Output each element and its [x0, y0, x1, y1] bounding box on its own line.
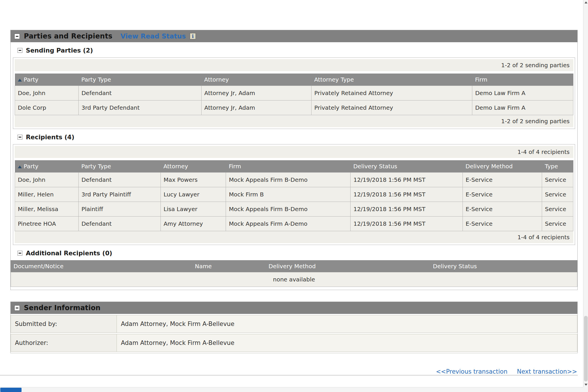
additional-recipients-table: Document/NoticeNameDelivery MethodDelive…	[11, 260, 577, 272]
column-header-name[interactable]: Name	[192, 260, 266, 272]
column-header-document-notice[interactable]: Document/Notice	[11, 260, 192, 272]
collapse-icon[interactable]	[14, 305, 20, 311]
column-header-attorney-type[interactable]: Attorney Type	[311, 74, 472, 86]
no-additional-recipients-message: none available	[11, 272, 577, 287]
table-cell: Mock Appeals Firm A-Demo	[226, 217, 351, 231]
column-header-party[interactable]: Party	[15, 160, 79, 173]
vertical-scrollbar[interactable]	[583, 0, 588, 387]
collapse-icon[interactable]	[18, 48, 22, 53]
table-cell: Privately Retained Attorney	[311, 86, 472, 101]
collapse-icon[interactable]	[18, 251, 22, 256]
sender-row: Submitted by: Adam Attorney, Mock Firm A…	[11, 315, 577, 333]
table-cell: Attorney Jr, Adam	[201, 86, 311, 101]
table-cell: Amy Attorney	[160, 217, 226, 231]
recipients-title: Recipients (4)	[26, 134, 74, 141]
table-row: Doe, JohnDefendantMax PowersMock Appeals…	[15, 173, 573, 187]
table-row: Doe, JohnDefendantAttorney Jr, AdamPriva…	[15, 86, 573, 101]
sending-pagination-top: 1-2 of 2 sending parties	[15, 59, 573, 71]
table-cell: 3rd Party Defendant	[78, 101, 201, 115]
table-cell: Defendant	[78, 173, 160, 187]
table-cell: Mock Appeals Firm B-Demo	[226, 202, 351, 217]
table-cell: E-Service	[463, 217, 542, 231]
table-cell: 3rd Party Plaintiff	[78, 187, 160, 202]
column-header-type[interactable]: Type	[542, 160, 573, 173]
column-header-attorney[interactable]: Attorney	[160, 160, 226, 173]
column-header-party[interactable]: Party	[15, 74, 79, 86]
table-cell: Service	[542, 202, 573, 217]
table-cell: Defendant	[78, 217, 160, 231]
recipients-group: 1-4 of 4 recipients PartyParty TypeAttor…	[13, 144, 575, 245]
table-cell: Mock Appeals Firm B-Demo	[226, 173, 351, 187]
transaction-nav: <<Previous transaction Next transaction>…	[10, 368, 578, 375]
sender-info-table: Submitted by: Adam Attorney, Mock Firm A…	[11, 314, 577, 353]
table-cell: Max Powers	[160, 173, 226, 187]
table-cell: Lucy Lawyer	[160, 187, 226, 202]
sending-parties-heading: Sending Parties (2)	[18, 47, 575, 54]
recipients-pagination-top: 1-4 of 4 recipients	[15, 146, 573, 158]
recipients-pagination-bottom: 1-4 of 4 recipients	[15, 231, 573, 243]
table-cell: E-Service	[463, 173, 542, 187]
view-read-status-link[interactable]: View Read Status	[121, 32, 186, 40]
table-cell: Privately Retained Attorney	[311, 101, 472, 115]
scroll-down-icon	[585, 384, 587, 386]
table-cell: Miller, Melissa	[15, 202, 79, 217]
authorizer-value: Adam Attorney, Mock Firm A-Bellevue	[117, 334, 577, 352]
submitted-by-value: Adam Attorney, Mock Firm A-Bellevue	[117, 315, 577, 333]
parties-and-recipients-panel: Parties and Recipients View Read Status …	[10, 30, 578, 290]
scroll-up-button[interactable]	[583, 0, 588, 5]
horizontal-scrollbar-thumb[interactable]	[0, 388, 22, 392]
info-icon[interactable]	[190, 33, 196, 39]
additional-recipients-title: Additional Recipients (0)	[26, 250, 112, 257]
table-row: Dole Corp3rd Party DefendantAttorney Jr,…	[15, 101, 573, 115]
recipients-table: PartyParty TypeAttorneyFirmDelivery Stat…	[15, 160, 573, 231]
sort-asc-icon	[18, 79, 22, 82]
table-cell: Pinetree HOA	[15, 217, 79, 231]
column-header-delivery-status[interactable]: Delivery Status	[430, 260, 577, 272]
collapse-icon[interactable]	[14, 34, 20, 39]
footer-divider	[0, 375, 578, 375]
vertical-scrollbar-thumb[interactable]	[584, 316, 588, 381]
table-cell: Demo Law Firm A	[472, 101, 573, 115]
previous-transaction-link[interactable]: <<Previous transaction	[436, 368, 507, 375]
table-header-row: PartyParty TypeAttorneyFirmDelivery Stat…	[15, 160, 573, 173]
column-header-attorney[interactable]: Attorney	[201, 74, 311, 86]
table-cell: Dole Corp	[15, 101, 79, 115]
table-cell: Doe, John	[15, 86, 79, 101]
sending-parties-title: Sending Parties (2)	[26, 47, 93, 54]
column-header-delivery-status[interactable]: Delivery Status	[350, 160, 463, 173]
collapse-icon[interactable]	[18, 135, 22, 140]
horizontal-scrollbar[interactable]	[0, 387, 583, 392]
next-transaction-link[interactable]: Next transaction>>	[517, 368, 577, 375]
table-row: Miller, Helen3rd Party PlaintiffLucy Law…	[15, 187, 573, 202]
table-header-row: Document/NoticeNameDelivery MethodDelive…	[11, 260, 577, 272]
column-header-party-type[interactable]: Party Type	[78, 74, 201, 86]
table-cell: Plaintiff	[78, 202, 160, 217]
table-cell: E-Service	[463, 187, 542, 202]
sending-parties-group: 1-2 of 2 sending parties PartyParty Type…	[13, 57, 575, 129]
table-cell: Defendant	[78, 86, 201, 101]
submitted-by-label: Submitted by:	[11, 315, 117, 333]
sort-asc-icon	[18, 165, 22, 168]
scroll-down-button[interactable]	[583, 382, 588, 387]
sender-information-panel: Sender Information Submitted by: Adam At…	[10, 302, 578, 353]
table-row: Pinetree HOADefendantAmy AttorneyMock Ap…	[15, 217, 573, 231]
table-cell: E-Service	[463, 202, 542, 217]
parties-panel-body: Sending Parties (2) 1-2 of 2 sending par…	[11, 47, 577, 290]
table-cell: Service	[542, 173, 573, 187]
table-cell: Demo Law Firm A	[472, 86, 573, 101]
table-cell: Doe, John	[15, 173, 79, 187]
column-header-delivery-method[interactable]: Delivery Method	[463, 160, 542, 173]
recipients-heading: Recipients (4)	[18, 134, 575, 141]
sending-parties-table: PartyParty TypeAttorneyAttorney TypeFirm…	[15, 74, 573, 115]
column-header-firm[interactable]: Firm	[226, 160, 351, 173]
table-cell: 12/19/2018 1:56 PM MST	[350, 217, 463, 231]
column-header-party-type[interactable]: Party Type	[78, 160, 160, 173]
sender-section-header: Sender Information	[11, 302, 577, 314]
parties-section-header: Parties and Recipients View Read Status	[11, 30, 577, 42]
column-header-firm[interactable]: Firm	[472, 74, 573, 86]
column-header-delivery-method[interactable]: Delivery Method	[266, 260, 430, 272]
additional-recipients-heading: Additional Recipients (0)	[18, 250, 575, 257]
table-cell: Miller, Helen	[15, 187, 79, 202]
table-cell: Mock Firm B	[226, 187, 351, 202]
sending-pagination-bottom: 1-2 of 2 sending parties	[15, 115, 573, 127]
